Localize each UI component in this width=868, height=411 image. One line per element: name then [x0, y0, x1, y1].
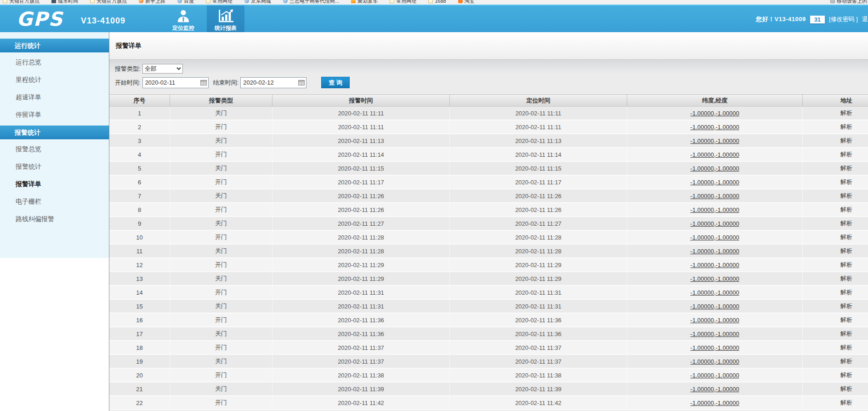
cell: -1.00000,-1.00000 — [627, 258, 803, 271]
parse-link[interactable]: 解析 — [840, 357, 852, 365]
bookmark-item[interactable]: 常用网址 — [206, 0, 233, 5]
latlng-link[interactable]: -1.00000,-1.00000 — [690, 248, 739, 255]
cell-alarm-time: 2020-02-11 11:37 — [272, 355, 450, 368]
latlng-link[interactable]: -1.00000,-1.00000 — [690, 220, 739, 227]
parse-link[interactable]: 解析 — [840, 206, 852, 214]
calendar-icon[interactable] — [200, 80, 207, 86]
notification-badge[interactable]: 31 — [810, 16, 825, 23]
cell-alarm-time: 2020-02-11 11:26 — [272, 203, 450, 216]
latlng-link[interactable]: -1.00000,-1.00000 — [690, 289, 739, 296]
nav-reports[interactable]: 统计报表 — [207, 6, 244, 33]
parse-link[interactable]: 解析 — [840, 316, 852, 324]
cell-locate-time: 2020-02-11 11:36 — [450, 314, 627, 326]
latlng-link[interactable]: -1.00000,-1.00000 — [690, 372, 739, 379]
latlng-link[interactable]: -1.00000,-1.00000 — [690, 110, 739, 117]
app-icon — [51, 0, 56, 3]
parse-link[interactable]: 解析 — [840, 261, 852, 269]
latlng-link[interactable]: -1.00000,-1.00000 — [690, 234, 739, 241]
latlng-link[interactable]: -1.00000,-1.00000 — [690, 275, 739, 282]
bookmark-mobile-devices[interactable]: 移动设备上的 — [830, 0, 867, 5]
parse-link[interactable]: 解析 — [840, 192, 852, 200]
sidebar-item[interactable]: 报警详单 — [0, 175, 109, 193]
sidebar-item[interactable]: 停留详单 — [0, 106, 109, 123]
table-row: 10开门2020-02-11 11:282020-02-11 11:28-1.0… — [109, 231, 868, 245]
parse-link[interactable]: 解析 — [840, 288, 852, 297]
nav-label: 定位监控 — [172, 24, 194, 32]
parse-link[interactable]: 解析 — [840, 219, 852, 228]
parse-link[interactable]: 解析 — [840, 164, 852, 172]
sidebar-item[interactable]: 路线纠偏报警 — [0, 210, 109, 228]
cell-locate-time: 2020-02-11 11:15 — [450, 162, 627, 175]
cell-locate-time: 2020-02-11 11:17 — [450, 176, 627, 188]
bookmark-item[interactable]: 常用网址 — [390, 0, 416, 5]
bookmark-item[interactable]: 新手上路 — [139, 0, 165, 5]
bookmark-item[interactable]: 城市时间 — [51, 0, 78, 5]
nav-monitor[interactable]: 定位监控 — [165, 6, 202, 33]
logout-link[interactable]: 退出 — [862, 15, 868, 23]
latlng-link[interactable]: -1.00000,-1.00000 — [690, 137, 739, 144]
cell-alarm-time: 2020-02-11 11:36 — [272, 314, 450, 326]
calendar-icon[interactable] — [298, 80, 305, 86]
sidebar-item[interactable]: 运行总览 — [0, 53, 109, 71]
table-row: 5关门2020-02-11 11:152020-02-11 11:15-1.00… — [109, 162, 868, 176]
parse-link[interactable]: 解析 — [840, 178, 852, 186]
sidebar-item[interactable]: 报警统计 — [0, 158, 109, 175]
parse-link[interactable]: 解析 — [840, 330, 852, 338]
sidebar-item[interactable]: 超速详单 — [0, 88, 109, 106]
latlng-link[interactable]: -1.00000,-1.00000 — [690, 262, 739, 268]
parse-link[interactable]: 解析 — [840, 302, 852, 310]
latlng-link[interactable]: -1.00000,-1.00000 — [690, 331, 739, 337]
parse-link[interactable]: 解析 — [840, 385, 852, 393]
latlng-link[interactable]: -1.00000,-1.00000 — [690, 344, 739, 351]
bookmark-item[interactable]: 天猫官方旗点 — [90, 0, 127, 5]
latlng-link[interactable]: -1.00000,-1.00000 — [690, 165, 739, 172]
latlng-link[interactable]: -1.00000,-1.00000 — [690, 303, 739, 310]
parse-link[interactable]: 解析 — [840, 109, 852, 117]
bookmark-item[interactable]: 聚划算车 — [351, 0, 378, 5]
parse-link[interactable]: 解析 — [840, 371, 852, 379]
parse-link[interactable]: 解析 — [840, 399, 852, 407]
parse-link[interactable]: 解析 — [840, 247, 852, 255]
latlng-link[interactable]: -1.00000,-1.00000 — [690, 193, 739, 200]
query-button[interactable]: 查 询 — [321, 77, 350, 88]
latlng-link[interactable]: -1.00000,-1.00000 — [690, 400, 739, 406]
bookmark-item[interactable]: 天猫官方旗点 — [3, 0, 40, 5]
change-password-link[interactable]: [修改密码 ] — [829, 15, 858, 23]
latlng-link[interactable]: -1.00000,-1.00000 — [690, 317, 739, 324]
latlng-link[interactable]: -1.00000,-1.00000 — [690, 386, 739, 393]
bookmark-label: 常用网址 — [212, 0, 233, 5]
parse-link[interactable]: 解析 — [840, 150, 852, 159]
latlng-link[interactable]: -1.00000,-1.00000 — [690, 358, 739, 365]
cell-alarm-type: 开门 — [170, 314, 272, 326]
sidebar-section-header[interactable]: 运行统计 — [0, 39, 109, 52]
start-date-input[interactable] — [142, 77, 209, 88]
bookmark-item[interactable]: 1688 — [428, 0, 446, 5]
bookmark-item[interactable]: 京东商城 — [244, 0, 271, 5]
latlng-link[interactable]: -1.00000,-1.00000 — [690, 206, 739, 213]
cell-no: 5 — [109, 162, 170, 175]
parse-link[interactable]: 解析 — [840, 137, 852, 145]
bookmark-item[interactable]: 三态电子商务代理商... — [283, 0, 339, 5]
sidebar-section-header[interactable]: 报警统计 — [0, 126, 109, 139]
cell-alarm-type: 开门 — [170, 148, 272, 161]
app-logo: GPS — [17, 7, 63, 31]
latlng-link[interactable]: -1.00000,-1.00000 — [690, 124, 739, 131]
version-label: V13-41009 — [81, 6, 125, 33]
end-date-input[interactable] — [240, 77, 306, 88]
sidebar-item[interactable]: 电子栅栏 — [0, 193, 109, 210]
bookmark-item[interactable]: 百度 — [177, 0, 194, 5]
bookmark-label: 淘宝 — [465, 0, 475, 5]
parse-link[interactable]: 解析 — [840, 274, 852, 283]
cell-no: 22 — [109, 396, 170, 409]
parse-link[interactable]: 解析 — [840, 343, 852, 352]
parse-link[interactable]: 解析 — [840, 233, 852, 241]
parse-link[interactable]: 解析 — [840, 123, 852, 131]
latlng-link[interactable]: -1.00000,-1.00000 — [690, 179, 739, 186]
sidebar-item[interactable]: 报警总览 — [0, 140, 109, 158]
sidebar-item[interactable]: 里程统计 — [0, 71, 109, 88]
alarm-type-select[interactable]: 全部 — [142, 64, 183, 74]
cell: -1.00000,-1.00000 — [627, 231, 803, 244]
bookmark-item[interactable]: 淘宝 — [458, 0, 475, 5]
cell-no: 4 — [109, 148, 170, 161]
latlng-link[interactable]: -1.00000,-1.00000 — [690, 151, 739, 158]
